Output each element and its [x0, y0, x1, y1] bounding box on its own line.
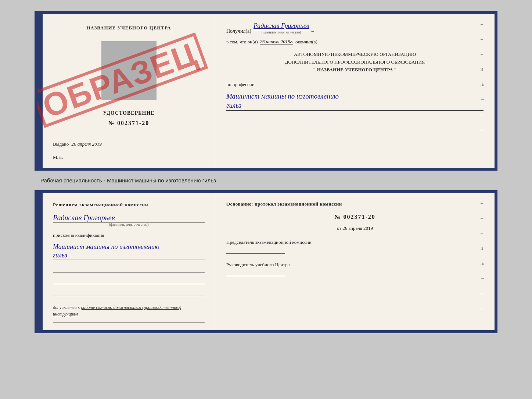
director-signature-line — [226, 276, 285, 276]
org-block: АВТОНОМНУЮ НЕКОММЕРЧЕСКУЮ ОРГАНИЗАЦИЮ ДО… — [226, 51, 484, 74]
qualification-value: Машинист машины по изготовлению гильз — [53, 243, 205, 260]
top-right-panel: Получил(а) Радислав Григорьев (фамилия, … — [215, 14, 495, 168]
director-block: Руководитель учебного Центра — [226, 262, 484, 276]
mp-label: М.П. — [53, 154, 205, 160]
bottom-document: Решением экзаменационной комиссии Радисл… — [35, 190, 497, 333]
bottom-right-panel: Основание: протокол экзаменационной коми… — [215, 193, 495, 330]
photo-placeholder — [101, 41, 157, 100]
cert-label: УДОСТОВЕРЕНИЕ — [53, 110, 205, 116]
underlines-block — [53, 266, 205, 296]
recipient-line: Получил(а) Радислав Григорьев (фамилия, … — [226, 22, 484, 34]
issued-line: Выдано 26 апреля 2019 — [53, 141, 205, 147]
assigned-label: присвоена квалификация — [53, 232, 205, 238]
spine-top — [37, 14, 43, 168]
date-line: в том, что он(а) 26 апреля 2019г. окончи… — [226, 39, 484, 45]
bottom-left-panel: Решением экзаменационной комиссии Радисл… — [43, 193, 215, 330]
top-left-panel: НАЗВАНИЕ УЧЕБНОГО ЦЕНТРА УДОСТОВЕРЕНИЕ №… — [43, 14, 215, 168]
chairman-signature-line — [226, 253, 285, 254]
date-value: 26 апреля 2019г. — [260, 39, 293, 45]
right-dashes-top: – – – и ,а ← – – — [481, 21, 485, 132]
fio-hint-top: (фамилия, имя, отчество) — [262, 30, 301, 34]
profession-label: по профессии — [226, 82, 484, 88]
bottom-name: Радислав Григорьев — [53, 214, 205, 222]
top-center-title: НАЗВАНИЕ УЧЕБНОГО ЦЕНТРА — [53, 25, 205, 31]
resolution-title: Решением экзаменационной комиссии — [53, 201, 205, 209]
fio-hint-bot: (фамилия, имя, отчество) — [53, 222, 205, 227]
chairman-block: Председатель экзаменационной комиссии — [226, 239, 484, 254]
protocol-number: № 002371-20 — [226, 214, 484, 220]
right-dashes-bot: – – – и ,а ← – – — [481, 200, 485, 311]
basis-label: Основание: протокол экзаменационной коми… — [226, 201, 484, 207]
recipient-name: Радислав Григорьев — [254, 22, 309, 30]
underline-2 — [53, 278, 205, 284]
allowed-label: допускается к работе согласно должностны… — [53, 304, 205, 317]
top-document: НАЗВАНИЕ УЧЕБНОГО ЦЕНТРА УДОСТОВЕРЕНИЕ №… — [35, 11, 497, 171]
profession-value: Машинист машины по изготовлению гильз — [226, 92, 484, 110]
allowed-underline — [53, 323, 205, 323]
protocol-date: от 26 апреля 2019 — [226, 225, 484, 231]
underline-3 — [53, 289, 205, 296]
cert-number: № 002371-20 — [53, 120, 205, 127]
underline-1 — [53, 266, 205, 272]
middle-label: Рабочая специальность - Машинист машины … — [40, 177, 216, 184]
spine-bottom — [37, 193, 43, 330]
